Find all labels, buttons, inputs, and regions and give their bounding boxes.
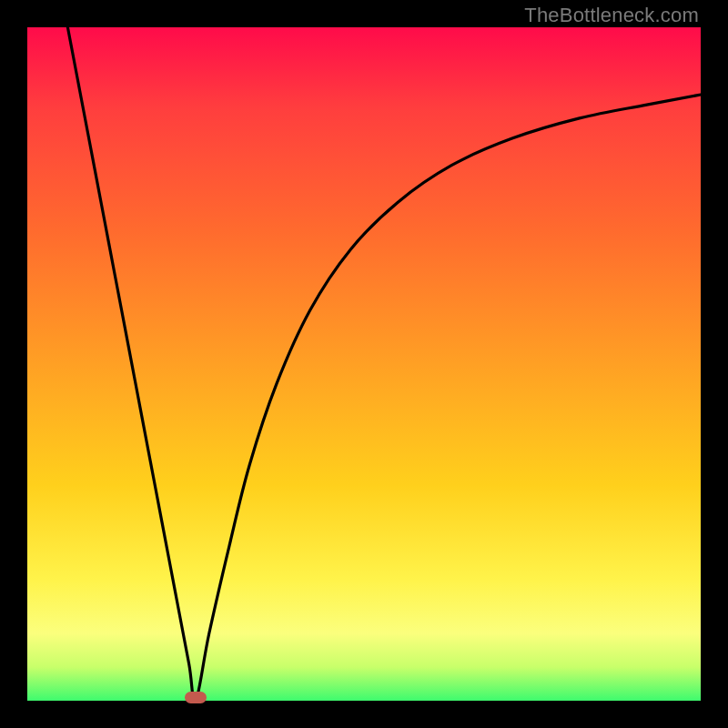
watermark-text: TheBottleneck.com — [524, 4, 699, 27]
chart-frame: TheBottleneck.com — [0, 0, 728, 728]
plot-area — [27, 27, 701, 701]
optimum-marker — [185, 692, 207, 703]
bottleneck-curve — [27, 27, 701, 701]
